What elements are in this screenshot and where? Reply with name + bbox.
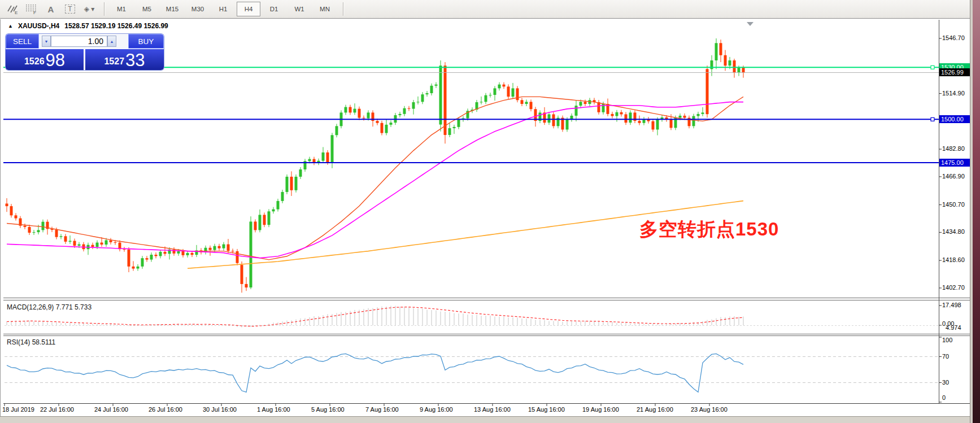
volume-increase-button[interactable]: ▲ xyxy=(107,36,116,47)
one-click-trading-panel: SELL ▼ ▲ BUY 1526 98 1527 33 xyxy=(6,34,164,70)
price-axis-label: 1546.70 xyxy=(942,34,965,41)
price-axis-label: 1514.90 xyxy=(942,90,965,97)
price-axis-label: 1450.70 xyxy=(942,201,965,208)
buy-price-quote[interactable]: 1527 33 xyxy=(85,49,164,70)
chart-shift-marker-icon[interactable] xyxy=(747,22,753,26)
desktop-background-strip xyxy=(973,0,980,423)
time-axis-label: 15 Aug 16:00 xyxy=(528,406,565,413)
time-axis-label: 26 Jul 16:00 xyxy=(149,406,182,413)
chart-title: ▲ XAUUSD-,H4 1528.57 1529.19 1526.49 152… xyxy=(8,22,168,30)
trade-panel-top-row: SELL ▼ ▲ BUY xyxy=(6,34,164,49)
macd-indicator-label: MACD(12,26,9) 7.771 5.733 xyxy=(7,303,92,311)
sell-button[interactable]: SELL xyxy=(6,34,39,49)
sell-price-prefix: 1526 xyxy=(24,54,45,69)
time-axis-label: 24 Jul 16:00 xyxy=(94,406,128,413)
sell-price-big-digits: 98 xyxy=(46,51,65,69)
price-axis-label: 1434.80 xyxy=(942,228,965,235)
rsi-line xyxy=(7,354,743,392)
macd-scale-min: 4.974 xyxy=(946,324,961,331)
macd-scale-top: 17.498 xyxy=(942,302,961,308)
rsi-scale-label: 100 xyxy=(942,337,952,343)
price-tag-1475.00: 1475.00 xyxy=(939,159,971,167)
time-axis-label: 30 Jul 16:00 xyxy=(203,406,237,413)
price-axis-label: 1418.60 xyxy=(942,256,965,263)
time-axis-label: 22 Jul 16:00 xyxy=(40,406,74,413)
volume-decrease-button[interactable]: ▼ xyxy=(42,36,51,47)
trading-terminal-window: EFAT◈ ▾M1M5M15M30H1H4D1W1MN ▲ XAUUSD-,H4… xyxy=(0,0,980,423)
panel-borders xyxy=(3,20,970,404)
horizontal-level-lines[interactable] xyxy=(3,66,939,163)
time-axis-label: 18 Jul 2019 xyxy=(2,406,34,413)
symbol-ohlc: 1528.57 1529.19 1526.49 1526.99 xyxy=(64,22,168,30)
time-axis-label: 19 Aug 16:00 xyxy=(582,406,619,413)
price-tag-1500.00: 1500.00 xyxy=(939,115,971,123)
time-axis-label: 1 Aug 16:00 xyxy=(257,406,290,413)
time-axis-label: 23 Aug 16:00 xyxy=(691,406,728,413)
rsi-indicator-label: RSI(14) 58.5111 xyxy=(7,338,55,346)
rsi-scale-label: 30 xyxy=(942,379,949,386)
sell-price-quote[interactable]: 1526 98 xyxy=(6,49,84,70)
time-axis-label: 13 Aug 16:00 xyxy=(474,406,511,413)
candlestick-series xyxy=(6,38,745,293)
macd-signal-line xyxy=(7,307,743,326)
symbol-name: XAUUSD-,H4 xyxy=(18,22,59,30)
time-axis-label: 21 Aug 16:00 xyxy=(637,406,673,413)
buy-price-big-digits: 33 xyxy=(125,51,145,69)
price-axis-label: 1482.80 xyxy=(942,145,965,152)
buy-button[interactable]: BUY xyxy=(128,34,164,49)
time-axis-label: 7 Aug 16:00 xyxy=(365,406,399,413)
time-axis-label: 5 Aug 16:00 xyxy=(311,406,345,413)
symbol-marker-icon: ▲ xyxy=(8,22,13,30)
ma-line-fast xyxy=(7,97,743,260)
price-axis-label: 1402.70 xyxy=(942,284,965,291)
price-tag-1526.99: 1526.99 xyxy=(939,68,971,76)
window-bottom-frame xyxy=(0,416,970,423)
volume-input[interactable] xyxy=(51,36,107,47)
time-axis-label: 9 Aug 16:00 xyxy=(420,406,453,413)
rsi-scale-label: 0 xyxy=(942,394,946,401)
buy-price-prefix: 1527 xyxy=(104,54,124,69)
rsi-scale-label: 70 xyxy=(942,353,949,360)
chart-text-annotation[interactable]: 多空转折点1530 xyxy=(639,217,779,242)
macd-histogram xyxy=(7,306,743,328)
price-axis-label: 1466.90 xyxy=(942,173,965,180)
ma-line-medium xyxy=(7,102,743,258)
